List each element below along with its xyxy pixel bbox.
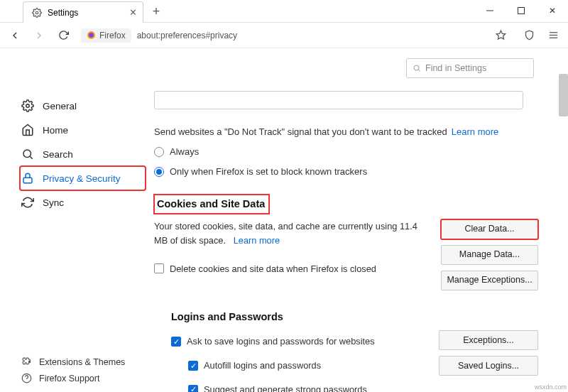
forward-button[interactable] (28, 25, 50, 46)
support-label: Firefox Support (39, 374, 99, 383)
home-icon (21, 124, 34, 136)
sidebar-item-home[interactable]: Home (20, 118, 146, 142)
extensions-label: Extensions & Themes (39, 357, 125, 367)
svg-rect-12 (23, 178, 32, 183)
sidebar-item-search[interactable]: Search (20, 142, 146, 166)
clear-data-button[interactable]: Clear Data... (441, 219, 538, 239)
extensions-link[interactable]: Extensions & Themes (21, 356, 125, 367)
gear-icon (21, 99, 34, 112)
cookies-usage-text: Your stored cookies, site data, and cach… (154, 221, 417, 246)
sidebar-item-label: General (43, 101, 77, 111)
sidebar-item-general[interactable]: General (20, 94, 146, 118)
svg-point-4 (89, 33, 94, 38)
app-menu-button[interactable] (542, 25, 564, 46)
checkbox-label: Suggest and generate strong passwords (204, 383, 367, 392)
gear-icon (32, 8, 42, 18)
checkbox-icon[interactable] (154, 263, 164, 273)
browser-tab[interactable]: Settings ✕ (23, 1, 143, 23)
svg-point-0 (36, 11, 38, 14)
address-bar[interactable]: Firefox about:preferences#privacy (81, 25, 511, 46)
window-controls: ✕ (474, 0, 568, 21)
sidebar-item-label: Sync (43, 197, 64, 208)
dnt-learn-more-link[interactable]: Learn more (452, 125, 498, 139)
checkbox-label: Autofill logins and passwords (204, 359, 321, 373)
saved-logins-button[interactable]: Saved Logins... (439, 356, 538, 376)
navigation-toolbar: Firefox about:preferences#privacy (0, 23, 568, 48)
settings-search-input[interactable]: Find in Settings (406, 58, 534, 78)
url-text: about:preferences#privacy (131, 31, 237, 40)
manage-data-button[interactable]: Manage Data... (441, 245, 538, 265)
cookies-learn-more-link[interactable]: Learn more (234, 235, 280, 246)
svg-line-16 (418, 70, 420, 71)
sidebar-item-privacy[interactable]: Privacy & Security (20, 166, 146, 190)
sidebar-item-sync[interactable]: Sync (20, 190, 146, 214)
url-prefix: Firefox (99, 31, 126, 40)
svg-point-9 (26, 104, 30, 108)
shield-icon[interactable] (518, 25, 540, 46)
suggest-passwords-checkbox[interactable]: Suggest and generate strong passwords (154, 383, 375, 392)
checkbox-icon (171, 337, 181, 347)
cookies-heading: Cookies and Site Data (157, 198, 265, 209)
autofill-logins-checkbox[interactable]: Autofill logins and passwords (154, 359, 375, 373)
search-placeholder: Find in Settings (425, 63, 486, 73)
close-window-button[interactable]: ✕ (537, 0, 568, 21)
svg-line-11 (30, 156, 32, 158)
checkbox-icon (188, 361, 198, 371)
radio-label: Only when Firefox is set to block known … (170, 165, 367, 179)
logins-exceptions-button[interactable]: Exceptions... (439, 330, 538, 350)
puzzle-icon (21, 356, 32, 367)
settings-sidebar: General Home Search Privacy & Security S… (0, 50, 146, 392)
lock-icon (21, 172, 34, 185)
reload-button[interactable] (53, 25, 74, 46)
radio-icon (154, 167, 164, 177)
svg-marker-5 (496, 31, 506, 39)
dnt-radio-always[interactable]: Always (154, 145, 538, 159)
radio-icon (154, 147, 164, 157)
settings-main: Find in Settings Send websites a "Do Not… (146, 50, 568, 392)
radio-label: Always (170, 145, 199, 159)
bookmark-star-icon[interactable] (490, 25, 511, 46)
help-icon (21, 373, 32, 383)
maximize-button[interactable] (506, 0, 537, 21)
back-button[interactable] (4, 25, 26, 46)
dnt-text: Send websites a "Do Not Track" signal th… (154, 125, 447, 139)
tab-title: Settings (48, 8, 78, 18)
manage-exceptions-button[interactable]: Manage Exceptions... (441, 271, 538, 290)
sidebar-item-label: Privacy & Security (43, 173, 121, 184)
titlebar: Settings ✕ + ✕ (0, 0, 568, 23)
previous-section-box (154, 91, 523, 109)
sync-icon (21, 196, 34, 209)
minimize-button[interactable] (474, 0, 506, 21)
delete-on-close-label: Delete cookies and site data when Firefo… (170, 262, 376, 276)
close-tab-icon[interactable]: ✕ (129, 7, 137, 18)
checkbox-label: Ask to save logins and passwords for web… (187, 334, 375, 349)
sidebar-item-label: Search (43, 149, 73, 160)
new-tab-button[interactable]: + (146, 1, 166, 21)
svg-point-15 (414, 65, 419, 70)
svg-point-10 (23, 150, 31, 158)
checkbox-icon (188, 385, 198, 392)
svg-rect-2 (518, 8, 525, 14)
dnt-radio-block[interactable]: Only when Firefox is set to block known … (154, 165, 538, 179)
logins-heading: Logins and Passwords (154, 309, 538, 325)
scrollbar-thumb[interactable] (559, 74, 568, 116)
search-icon (21, 148, 34, 160)
firefox-pill: Firefox (81, 28, 131, 43)
ask-save-logins-checkbox[interactable]: Ask to save logins and passwords for web… (154, 334, 375, 349)
sidebar-item-label: Home (43, 125, 68, 136)
support-link[interactable]: Firefox Support (21, 373, 125, 383)
watermark: wsxdn.com (535, 383, 567, 391)
